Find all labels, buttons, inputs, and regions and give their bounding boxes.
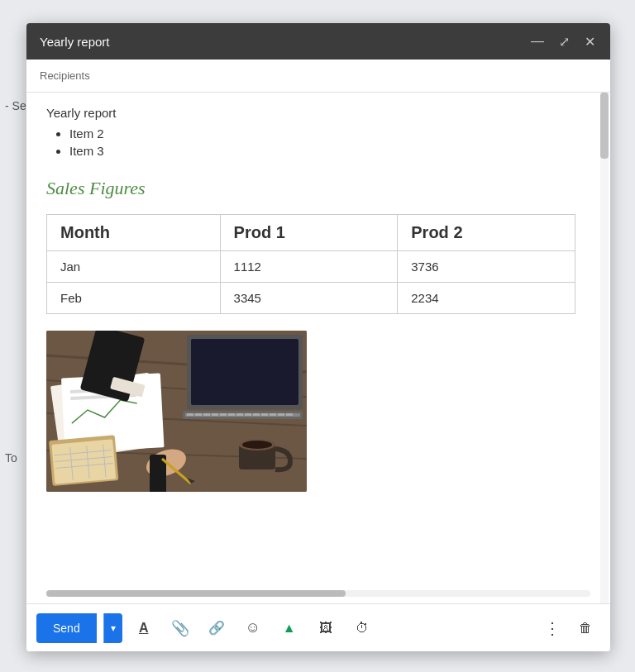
format-text-icon: A — [139, 621, 149, 636]
svg-rect-18 — [191, 339, 298, 405]
cell-prod2: 3736 — [398, 251, 575, 283]
list-item: Item 3 — [69, 144, 590, 158]
svg-rect-27 — [236, 413, 243, 416]
recipients-label: Recipients — [40, 69, 90, 82]
svg-rect-28 — [245, 413, 251, 416]
link-icon: 🔗 — [208, 620, 225, 636]
schedule-button[interactable]: ⏱ — [347, 613, 377, 643]
send-dropdown-button[interactable]: ▾ — [103, 613, 122, 643]
col-prod2: Prod 2 — [398, 215, 575, 251]
table-row: Jan 1112 3736 — [47, 251, 575, 283]
compose-modal: Yearly report — ⤢ ✕ Recipients Yearly re… — [26, 23, 610, 651]
emoji-button[interactable]: ☺ — [238, 613, 268, 643]
cell-month: Feb — [47, 283, 221, 314]
maximize-button[interactable]: ⤢ — [557, 32, 571, 51]
modal-title: Yearly report — [40, 35, 110, 49]
col-prod1: Prod 1 — [220, 215, 398, 251]
svg-rect-32 — [278, 413, 284, 416]
email-title: Yearly report — [46, 106, 590, 120]
schedule-icon: ⏱ — [356, 621, 369, 636]
vertical-scrollbar[interactable] — [600, 93, 609, 603]
svg-rect-25 — [220, 413, 227, 416]
more-options-button[interactable]: ⋮ — [537, 613, 567, 643]
send-button[interactable]: Send — [36, 613, 97, 643]
delete-button[interactable]: 🗑 — [571, 613, 600, 643]
emoji-icon: ☺ — [246, 619, 260, 636]
email-list: Item 2 Item 3 — [46, 126, 590, 158]
title-bar: Yearly report — ⤢ ✕ — [26, 23, 610, 60]
svg-rect-29 — [253, 413, 260, 416]
background-text-2: To — [0, 451, 17, 465]
attach-button[interactable]: 📎 — [165, 613, 195, 643]
toolbar: Send ▾ A 📎 🔗 ☺ ▲ 🖼 ⏱ ⋮ — [26, 603, 610, 651]
svg-rect-30 — [261, 413, 268, 416]
h-scroll-thumb — [46, 590, 346, 597]
svg-rect-31 — [270, 413, 276, 416]
svg-rect-26 — [228, 413, 235, 416]
svg-point-37 — [242, 441, 272, 449]
horizontal-scrollbar[interactable] — [46, 590, 590, 597]
v-scroll-thumb — [600, 93, 609, 159]
svg-rect-21 — [187, 413, 193, 416]
svg-rect-22 — [195, 413, 202, 416]
attach-icon: 📎 — [171, 619, 189, 637]
business-image — [46, 331, 307, 492]
trash-icon: 🗑 — [579, 621, 592, 636]
sales-table: Month Prod 1 Prod 2 Jan 1112 3736 Feb 33… — [46, 214, 575, 314]
window-controls: — ⤢ ✕ — [529, 32, 597, 51]
sales-heading: Sales Figures — [46, 178, 590, 199]
minimize-button[interactable]: — — [529, 32, 546, 50]
recipients-bar: Recipients — [26, 60, 610, 93]
image-button[interactable]: 🖼 — [311, 613, 341, 643]
toolbar-right: ⋮ 🗑 — [537, 613, 600, 643]
more-options-icon: ⋮ — [544, 618, 561, 638]
image-icon: 🖼 — [319, 621, 332, 636]
svg-rect-10 — [51, 439, 116, 484]
background-text-1: - Se — [0, 99, 26, 112]
drive-icon: ▲ — [283, 621, 296, 636]
svg-rect-23 — [203, 413, 210, 416]
list-item: Item 2 — [69, 126, 590, 141]
email-content[interactable]: Yearly report Item 2 Item 3 Sales Figure… — [26, 93, 610, 590]
table-row: Feb 3345 2234 — [47, 283, 575, 314]
col-month: Month — [47, 215, 221, 251]
cell-prod2: 2234 — [398, 283, 575, 314]
close-button[interactable]: ✕ — [583, 32, 597, 51]
cell-prod1: 3345 — [220, 283, 398, 314]
format-text-button[interactable]: A — [129, 613, 159, 643]
svg-rect-33 — [286, 413, 293, 416]
table-header-row: Month Prod 1 Prod 2 — [47, 215, 575, 251]
cell-month: Jan — [47, 251, 221, 283]
chevron-down-icon: ▾ — [111, 622, 116, 634]
drive-button[interactable]: ▲ — [275, 613, 304, 643]
link-button[interactable]: 🔗 — [202, 613, 232, 643]
svg-rect-24 — [212, 413, 218, 416]
cell-prod1: 1112 — [220, 251, 398, 283]
